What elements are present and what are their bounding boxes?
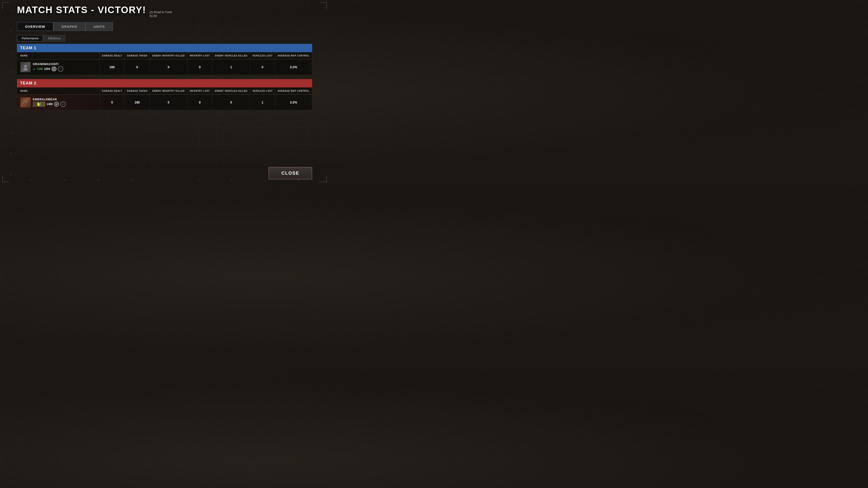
player-username: EMERALDBEAR <box>33 98 66 101</box>
rank-points: +158 <box>37 67 43 70</box>
more-options-button[interactable]: ··· <box>60 101 66 107</box>
svg-point-4 <box>23 99 25 101</box>
rank-icon: III <box>54 102 59 107</box>
infantry-lost-grandmaconti: 0 <box>187 59 212 75</box>
team2-header-row: NAME DAMAGE DEALT DAMAGE TAKEN ENEMY INF… <box>17 88 312 95</box>
team2-section: TEAM 2 NAME DAMAGE DEALT DAMAGE TAKEN EN… <box>17 79 312 110</box>
col-enemy-inf-killed-t1: ENEMY INFANTRY KILLED <box>150 52 187 59</box>
player-badges: 🔰 1499 III ··· <box>33 101 66 107</box>
page-title-sub: (2) Road to Tunis 01:39 <box>149 10 172 18</box>
col-damage-taken-t1: DAMAGE TAKEN <box>125 52 150 59</box>
close-button-container: CLOSE <box>269 167 312 180</box>
player-info: EMERALDBEAR 🔰 1499 III ··· <box>33 98 66 107</box>
sub-tabs: Performance Efficiency <box>17 35 312 41</box>
col-avg-map-t2: AVERAGE MAP CONTROL <box>275 88 312 95</box>
team1-section: TEAM 1 NAME DAMAGE DEALT DAMAGE TAKEN EN… <box>17 44 312 75</box>
svg-point-1 <box>23 68 28 70</box>
rank-up-icon: ▲ <box>33 68 35 70</box>
player-badges: ▲ +158 1204 ··· <box>33 66 63 72</box>
enemy-veh-killed-grandmaconti: 1 <box>212 59 250 75</box>
team1-table: NAME DAMAGE DEALT DAMAGE TAKEN ENEMY INF… <box>17 52 312 75</box>
sub-tab-efficiency[interactable]: Efficiency <box>43 35 65 41</box>
col-damage-dealt-t1: DAMAGE DEALT <box>100 52 125 59</box>
tab-graphs[interactable]: GRAPHS <box>53 22 86 31</box>
enemy-veh-killed-emeraldbear: 0 <box>212 94 250 110</box>
table-row: EMERALDBEAR 🔰 1499 III ··· <box>17 94 312 110</box>
sub-tab-performance[interactable]: Performance <box>17 35 43 41</box>
page-title-main: MATCH STATS - VICTORY! <box>17 4 146 15</box>
player-username: GRANDMACONTI <box>33 62 63 66</box>
faction-badge: 🔰 <box>33 102 45 107</box>
team2-header: TEAM 2 <box>17 79 312 88</box>
svg-point-6 <box>24 103 27 105</box>
main-container: MATCH STATS - VICTORY! (2) Road to Tunis… <box>0 0 329 119</box>
damage-taken-emeraldbear: 180 <box>125 94 150 110</box>
svg-point-0 <box>24 65 27 68</box>
main-tabs: OVERVIEW GRAPHS UNITS <box>17 22 312 31</box>
damage-dealt-grandmaconti: 180 <box>100 59 125 75</box>
close-button[interactable]: CLOSE <box>269 167 312 180</box>
col-enemy-inf-killed-t2: ENEMY INFANTRY KILLED <box>150 88 187 95</box>
rank-icon <box>52 66 57 71</box>
team1-header-row: NAME DAMAGE DEALT DAMAGE TAKEN ENEMY INF… <box>17 52 312 59</box>
match-time: 01:39 <box>149 14 172 18</box>
player-name-cell-grandmaconti: GRANDMACONTI ▲ +158 1204 <box>17 59 100 75</box>
col-name-t2: NAME <box>17 88 100 95</box>
col-infantry-lost-t1: INFANTRY LOST <box>187 52 212 59</box>
damage-taken-grandmaconti: 0 <box>125 59 150 75</box>
team1-header: TEAM 1 <box>17 44 312 52</box>
col-infantry-lost-t2: INFANTRY LOST <box>187 88 212 95</box>
enemy-inf-killed-grandmaconti: 0 <box>150 59 187 75</box>
col-name-t1: NAME <box>17 52 100 59</box>
infantry-lost-emeraldbear: 0 <box>187 94 212 110</box>
page-title-area: MATCH STATS - VICTORY! (2) Road to Tunis… <box>17 4 312 18</box>
table-row: GRANDMACONTI ▲ +158 1204 <box>17 59 312 75</box>
avatar <box>21 97 31 107</box>
enemy-inf-killed-emeraldbear: 0 <box>150 94 187 110</box>
avg-map-control-emeraldbear: 3.2% <box>275 94 312 110</box>
col-enemy-veh-killed-t2: ENEMY VEHICLES KILLED <box>212 88 250 95</box>
vehicles-lost-emeraldbear: 1 <box>250 94 275 110</box>
damage-dealt-emeraldbear: 0 <box>100 94 125 110</box>
map-name: (2) Road to Tunis <box>149 10 172 14</box>
avatar <box>21 62 31 72</box>
svg-point-5 <box>26 99 28 101</box>
col-vehicles-lost-t1: VEHICLES LOST <box>250 52 275 59</box>
corner-decoration-br <box>320 175 327 182</box>
col-damage-taken-t2: DAMAGE TAKEN <box>125 88 150 95</box>
col-vehicles-lost-t2: VEHICLES LOST <box>250 88 275 95</box>
col-avg-map-t1: AVERAGE MAP CONTROL <box>275 52 312 59</box>
vehicles-lost-grandmaconti: 0 <box>250 59 275 75</box>
rank-number: 1204 <box>44 67 50 70</box>
tab-units[interactable]: UNITS <box>86 22 113 31</box>
avg-map-control-grandmaconti: 3.2% <box>275 59 312 75</box>
player-cell: EMERALDBEAR 🔰 1499 III ··· <box>19 96 98 108</box>
player-name-cell-emeraldbear: EMERALDBEAR 🔰 1499 III ··· <box>17 94 100 110</box>
more-options-button[interactable]: ··· <box>58 66 63 72</box>
player-cell: GRANDMACONTI ▲ +158 1204 <box>19 61 98 73</box>
team2-table: NAME DAMAGE DEALT DAMAGE TAKEN ENEMY INF… <box>17 88 312 110</box>
rank-number: 1499 <box>46 103 53 106</box>
player-info: GRANDMACONTI ▲ +158 1204 <box>33 62 63 72</box>
tab-overview[interactable]: OVERVIEW <box>17 22 53 31</box>
col-damage-dealt-t2: DAMAGE DEALT <box>100 88 125 95</box>
col-enemy-veh-killed-t1: ENEMY VEHICLES KILLED <box>212 52 250 59</box>
